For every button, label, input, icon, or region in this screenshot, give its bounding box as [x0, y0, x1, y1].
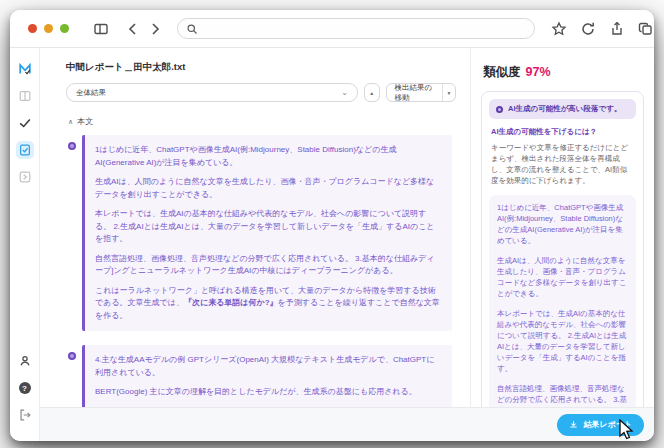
- prev-result-button[interactable]: ▲: [364, 83, 380, 102]
- copy-tabs-icon[interactable]: [638, 21, 654, 37]
- detected-text-block[interactable]: 1はじめに近年、ChatGPTや画像生成AI(例:Midjourney、Stab…: [489, 195, 636, 407]
- ai-detection-card: AI生成の可能性が高い段落です。 AI生成の可能性を下げるには？ キーワードや文…: [481, 91, 644, 407]
- next-result-button[interactable]: ▼: [442, 84, 455, 101]
- book-icon[interactable]: [16, 87, 34, 105]
- advice-title: AI生成の可能性を下げるには？: [491, 127, 634, 137]
- app-logo-icon[interactable]: [16, 60, 34, 78]
- help-icon[interactable]: ?: [16, 379, 34, 397]
- window-controls: [28, 24, 69, 33]
- body-section-header[interactable]: ∧ 本文: [68, 116, 456, 127]
- check-icon[interactable]: [16, 114, 34, 132]
- doc-paragraph: BERT(Google) 主に文章の理解を目的としたモデルだが、生成系の基盤にも…: [95, 386, 442, 399]
- address-bar[interactable]: [177, 18, 535, 39]
- minimize-window-button[interactable]: [44, 24, 53, 33]
- document-pane: 中間レポート＿田中太郎.txt 全体結果 ⌄ ▲ 検出結果の移動 ▼ ∧ 本文 …: [40, 48, 470, 407]
- similarity-label: 類似度: [483, 64, 521, 81]
- result-nav-label: 検出結果の移動: [387, 84, 442, 101]
- paragraph-marker-dot[interactable]: [68, 142, 76, 150]
- body-section-label: 本文: [77, 116, 93, 127]
- bookmark-star-icon[interactable]: [551, 21, 567, 37]
- result-controls: 全体結果 ⌄ ▲ 検出結果の移動 ▼: [66, 83, 456, 102]
- doc-paragraph: 1はじめに近年、ChatGPTや画像生成AI(例:Midjourney、Stab…: [95, 144, 442, 169]
- advice-body: キーワードや文章を修正するだけにとどまらず、検出された段落全体を再構成し、文章の…: [491, 142, 634, 186]
- logout-icon[interactable]: [16, 406, 34, 424]
- highlighted-paragraph-group-1[interactable]: 1はじめに近年、ChatGPTや画像生成AI(例:Midjourney、Stab…: [82, 135, 452, 331]
- chevron-down-icon: ⌄: [341, 89, 348, 97]
- download-icon: [569, 420, 578, 429]
- ai-banner-text: AI生成の可能性が高い段落です。: [508, 104, 621, 114]
- share-icon[interactable]: [609, 21, 625, 37]
- highlighted-paragraph-group-2[interactable]: 4.主な生成AAモデルの例 GPTシリーズ(OpenAI) 大規模なテキスト生成…: [82, 345, 452, 407]
- back-icon[interactable]: [125, 21, 141, 37]
- similarity-panel: 類似度 97% AI生成の可能性が高い段落です。 AI生成の可能性を下げるには？…: [470, 48, 654, 407]
- account-person-icon[interactable]: [16, 352, 34, 370]
- browser-window: ? 中間レポート＿田中太郎.txt 全体結果 ⌄ ▲ 検出結果の移動 ▼ ∧: [10, 10, 654, 441]
- doc-paragraph: 自然言語処理、画像処理、音声処理などの分野で広く応用されている。 3.基本的な仕…: [95, 253, 442, 278]
- toolbar-actions: [551, 21, 654, 37]
- ai-detection-banner: AI生成の可能性が高い段落です。: [489, 99, 636, 119]
- paragraph-marker-dot[interactable]: [68, 352, 76, 360]
- refresh-icon[interactable]: [580, 21, 596, 37]
- report-clipboard-icon[interactable]: [16, 141, 34, 159]
- next-result-group[interactable]: 検出結果の移動 ▼: [386, 83, 456, 102]
- result-report-label: 結果レポート: [583, 419, 632, 430]
- result-report-button[interactable]: 結果レポート: [557, 414, 644, 436]
- address-input[interactable]: [203, 24, 526, 34]
- paragraph-marker-dot: [496, 106, 503, 113]
- document-title: 中間レポート＿田中太郎.txt: [66, 61, 456, 74]
- detected-paragraph: 1はじめに近年、ChatGPTや画像生成AI(例:Midjourney、Stab…: [497, 202, 628, 246]
- forward-icon[interactable]: [147, 21, 163, 37]
- browser-toolbar: [10, 10, 654, 48]
- app-sidebar: ?: [10, 48, 40, 441]
- doc-paragraph: これはーラルネットワーク」と呼ばれる構造を用いて、大量のデータから特徴を学習する…: [95, 285, 442, 323]
- main-area: 中間レポート＿田中太郎.txt 全体結果 ⌄ ▲ 検出結果の移動 ▼ ∧ 本文 …: [40, 48, 654, 407]
- collapse-caret-icon: ∧: [68, 118, 73, 126]
- close-window-button[interactable]: [28, 24, 37, 33]
- export-square-icon[interactable]: [16, 168, 34, 186]
- similarity-value: 97%: [526, 65, 551, 79]
- zoom-window-button[interactable]: [60, 24, 69, 33]
- detected-paragraph: 生成AIは、人間のように自然な文章を生成したり、画像・音声・プログラムコードなど…: [497, 255, 628, 299]
- doc-paragraph: 生成AIは、人間のように自然な文章を生成したり、画像・音声・プログラムコードなど…: [95, 176, 442, 201]
- scope-select[interactable]: 全体結果 ⌄: [66, 83, 358, 102]
- detected-paragraph: 本レポートでは、生成AIの基本的な仕組みや代表的なモデル、社会への影響について説…: [497, 308, 628, 374]
- scope-select-value: 全体結果: [76, 88, 106, 98]
- sidebar-toggle-icon[interactable]: [93, 21, 109, 37]
- search-icon: [186, 23, 198, 35]
- doc-paragraph: 4.主な生成AAモデルの例 GPTシリーズ(OpenAI) 大規模なテキスト生成…: [95, 354, 442, 379]
- footer-bar: 結果レポート: [40, 407, 654, 441]
- doc-paragraph: 本レポートでは、生成AIの基本的な仕組みや代表的なモデル、社会への影響について説…: [95, 208, 442, 246]
- detected-paragraph: 自然言語処理、画像処理、音声処理などの分野で広く応用されている。 3.基本的な仕…: [497, 383, 628, 407]
- similarity-header: 類似度 97%: [483, 64, 644, 81]
